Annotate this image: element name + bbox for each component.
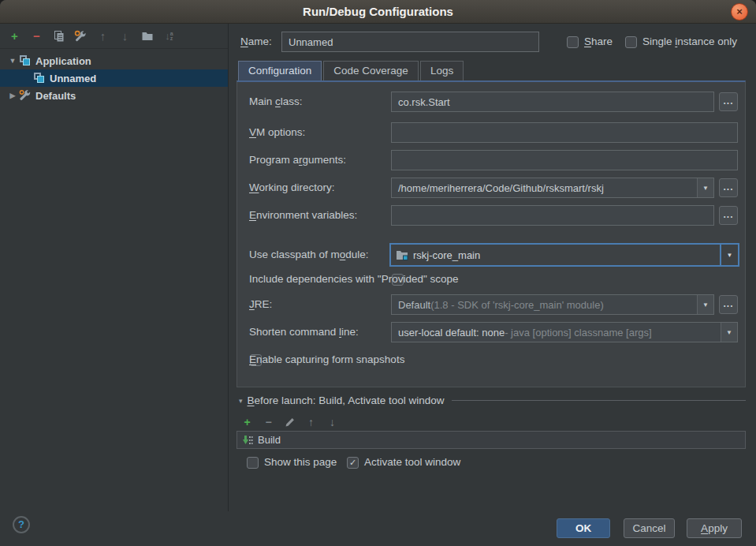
show-this-page-label: Show this page xyxy=(264,452,337,473)
new-folder-icon[interactable] xyxy=(139,28,155,45)
activate-tool-window-label: Activate tool window xyxy=(364,452,460,473)
collapsed-arrow-icon[interactable]: ▶ xyxy=(6,92,19,99)
apply-button[interactable]: Apply xyxy=(687,518,742,538)
enable-capturing-label: Enable capturing form snapshots xyxy=(249,350,404,370)
single-instance-label: Single instance only xyxy=(642,32,737,52)
application-icon xyxy=(19,54,32,67)
before-launch-title: Before launch: Build, Activate tool wind… xyxy=(248,395,445,406)
before-launch-task-label[interactable]: Build xyxy=(258,434,281,446)
ok-button[interactable]: OK xyxy=(557,518,610,538)
defaults-wrench-icon xyxy=(19,89,32,102)
use-classpath-label: Use classpath of module: xyxy=(249,245,369,265)
dropdown-arrow-icon[interactable]: ▼ xyxy=(720,245,738,265)
name-label: Name: xyxy=(240,32,272,52)
tab-bar: Configuration Code Coverage Logs xyxy=(238,61,464,80)
dropdown-arrow-icon[interactable]: ▼ xyxy=(697,295,713,314)
tree-node-application[interactable]: ▼ Application xyxy=(0,52,228,69)
move-down-icon[interactable]: ↓ xyxy=(117,28,133,45)
remove-task-icon[interactable]: − xyxy=(260,413,277,431)
tab-code-coverage[interactable]: Code Coverage xyxy=(323,61,419,80)
title-bar: Run/Debug Configurations × xyxy=(0,0,756,24)
share-label: Share xyxy=(584,32,613,52)
jre-label: JRE: xyxy=(249,294,272,315)
tab-configuration[interactable]: Configuration xyxy=(238,61,322,80)
tree-node-label: Defaults xyxy=(35,90,76,102)
jre-browse-button[interactable]: ... xyxy=(719,295,738,314)
build-icon xyxy=(242,435,253,446)
vm-options-field[interactable] xyxy=(391,122,738,143)
name-input[interactable] xyxy=(281,32,539,52)
configuration-tab-panel: Main class: co.rsk.Start ... VM options:… xyxy=(236,80,746,387)
jre-combo[interactable]: Default (1.8 - SDK of 'rskj-core_main' m… xyxy=(391,294,714,315)
cancel-button[interactable]: Cancel xyxy=(624,518,675,538)
check-icon: ✓ xyxy=(349,458,356,468)
run-debug-configurations-dialog: Run/Debug Configurations × + − xyxy=(0,0,756,546)
tree-node-unnamed[interactable]: Unnamed xyxy=(0,69,228,87)
use-classpath-combo[interactable]: rskj-core_main ▼ xyxy=(389,243,739,267)
tree-node-label: Application xyxy=(35,55,91,67)
main-class-browse-button[interactable]: ... xyxy=(719,92,738,111)
configurations-toolbar: + − ↑ ↓ xyxy=(0,24,228,49)
remove-configuration-icon[interactable]: − xyxy=(28,28,45,45)
move-task-up-icon[interactable]: ↑ xyxy=(303,413,319,431)
move-up-icon[interactable]: ↑ xyxy=(95,28,111,45)
include-dependencies-label: Include dependencies with "Provided" sco… xyxy=(249,269,459,290)
edit-task-icon[interactable] xyxy=(281,413,298,431)
tab-logs[interactable]: Logs xyxy=(420,61,464,80)
main-class-field[interactable]: co.rsk.Start xyxy=(391,92,714,112)
activate-tool-window-checkbox[interactable]: ✓ xyxy=(347,457,359,469)
dropdown-arrow-icon[interactable]: ▼ xyxy=(721,323,737,342)
before-launch-header[interactable]: ▾ Before launch: Build, Activate tool wi… xyxy=(239,395,746,406)
application-icon xyxy=(33,72,46,84)
show-this-page-checkbox[interactable] xyxy=(247,457,259,469)
working-directory-label: Working directory: xyxy=(249,178,335,198)
working-directory-combo[interactable]: /home/meriherrera/Code/Github/rsksmart/r… xyxy=(391,178,714,198)
configurations-tree: ▼ Application Unnamed ▶ Defaults xyxy=(0,49,228,104)
before-launch-list: Build xyxy=(236,431,746,449)
separator-line xyxy=(452,400,746,401)
main-class-label: Main class: xyxy=(249,92,303,112)
section-collapse-icon[interactable]: ▾ xyxy=(239,397,243,405)
help-button[interactable]: ? xyxy=(13,516,30,533)
program-arguments-label: Program arguments: xyxy=(249,150,346,170)
copy-configuration-icon[interactable] xyxy=(50,28,67,45)
move-task-down-icon[interactable]: ↓ xyxy=(324,413,341,431)
environment-variables-browse-button[interactable]: ... xyxy=(719,206,738,225)
share-checkbox[interactable] xyxy=(567,36,579,48)
tree-node-defaults[interactable]: ▶ Defaults xyxy=(0,87,228,104)
add-task-icon[interactable]: + xyxy=(239,413,255,431)
window-title: Run/Debug Configurations xyxy=(303,5,453,18)
dropdown-arrow-icon[interactable]: ▼ xyxy=(697,178,713,197)
edit-templates-icon[interactable] xyxy=(73,28,89,45)
shorten-command-line-combo[interactable]: user-local default: none - java [options… xyxy=(391,322,738,342)
shorten-command-line-label: Shorten command line: xyxy=(249,322,359,342)
working-directory-browse-button[interactable]: ... xyxy=(719,178,738,197)
add-configuration-icon[interactable]: + xyxy=(6,28,23,45)
single-instance-checkbox[interactable] xyxy=(625,36,637,48)
sort-configurations-icon[interactable]: ↓ a z xyxy=(161,28,177,45)
vm-options-label: VM options: xyxy=(249,122,305,143)
module-icon xyxy=(396,249,408,260)
close-icon[interactable]: × xyxy=(731,3,748,21)
program-arguments-field[interactable] xyxy=(391,150,738,170)
tree-node-label: Unnamed xyxy=(50,73,96,84)
before-launch-toolbar: + − ↑ ↓ xyxy=(239,413,341,431)
expanded-arrow-icon[interactable]: ▼ xyxy=(6,57,19,65)
configurations-sidebar: + − ↑ ↓ xyxy=(0,24,229,511)
environment-variables-label: Environment variables: xyxy=(249,205,357,226)
environment-variables-field[interactable] xyxy=(391,205,714,226)
